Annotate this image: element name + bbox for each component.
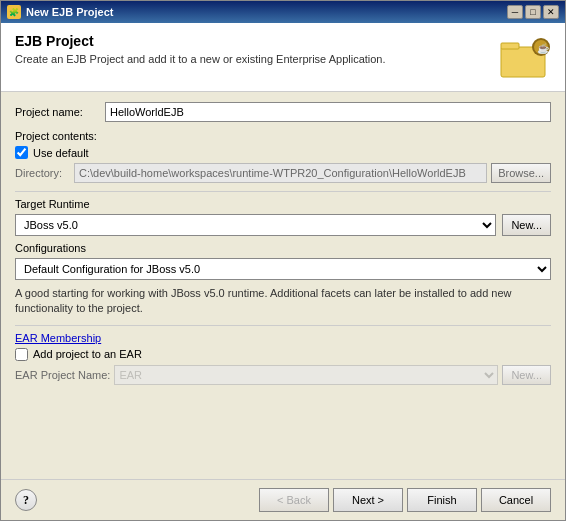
- header-section: EJB Project Create an EJB Project and ad…: [1, 23, 565, 92]
- directory-row: Directory: Browse...: [15, 163, 551, 183]
- header-description: Create an EJB Project and add it to a ne…: [15, 53, 386, 65]
- back-button[interactable]: < Back: [259, 488, 329, 512]
- cancel-button[interactable]: Cancel: [481, 488, 551, 512]
- title-controls[interactable]: ─ □ ✕: [507, 5, 559, 19]
- project-name-row: Project name:: [15, 102, 551, 122]
- configurations-select[interactable]: Default Configuration for JBoss v5.0: [15, 258, 551, 280]
- help-button[interactable]: ?: [15, 489, 37, 511]
- target-runtime-select[interactable]: JBoss v5.0: [15, 214, 496, 236]
- configurations-row: Default Configuration for JBoss v5.0: [15, 258, 551, 280]
- ear-project-name-label: EAR Project Name:: [15, 369, 110, 381]
- finish-button[interactable]: Finish: [407, 488, 477, 512]
- footer: ? < Back Next > Finish Cancel: [1, 479, 565, 520]
- header-text: EJB Project Create an EJB Project and ad…: [15, 33, 386, 65]
- directory-label: Directory:: [15, 167, 70, 179]
- project-name-label: Project name:: [15, 106, 105, 118]
- header-icon: ☕: [499, 33, 551, 81]
- project-contents-label: Project contents:: [15, 130, 551, 142]
- title-bar: 🧩 New EJB Project ─ □ ✕: [1, 1, 565, 23]
- header-title: EJB Project: [15, 33, 386, 49]
- ear-membership-link[interactable]: EAR Membership: [15, 332, 551, 344]
- next-button[interactable]: Next >: [333, 488, 403, 512]
- minimize-button[interactable]: ─: [507, 5, 523, 19]
- maximize-button[interactable]: □: [525, 5, 541, 19]
- config-description: A good starting for working with JBoss v…: [15, 286, 551, 317]
- svg-rect-1: [501, 43, 519, 49]
- close-button[interactable]: ✕: [543, 5, 559, 19]
- target-runtime-label: Target Runtime: [15, 198, 551, 210]
- separator-2: [15, 325, 551, 326]
- ear-project-name-row: EAR Project Name: EAR New...: [15, 365, 551, 385]
- use-default-label: Use default: [33, 147, 89, 159]
- browse-button[interactable]: Browse...: [491, 163, 551, 183]
- project-name-input[interactable]: [105, 102, 551, 122]
- svg-text:☕: ☕: [537, 42, 550, 55]
- add-to-ear-checkbox[interactable]: [15, 348, 28, 361]
- target-runtime-row: JBoss v5.0 New...: [15, 214, 551, 236]
- use-default-checkbox[interactable]: [15, 146, 28, 159]
- footer-buttons: < Back Next > Finish Cancel: [259, 488, 551, 512]
- add-to-ear-label: Add project to an EAR: [33, 348, 142, 360]
- content-area: Project name: Project contents: Use defa…: [1, 92, 565, 479]
- directory-input: [74, 163, 487, 183]
- new-runtime-button[interactable]: New...: [502, 214, 551, 236]
- separator-1: [15, 191, 551, 192]
- footer-left: ?: [15, 489, 37, 511]
- window-icon: 🧩: [7, 5, 21, 19]
- use-default-row: Use default: [15, 146, 551, 159]
- window-title: New EJB Project: [26, 6, 113, 18]
- configurations-label: Configurations: [15, 242, 551, 254]
- new-ear-button: New...: [502, 365, 551, 385]
- ear-project-select: EAR: [114, 365, 498, 385]
- add-to-ear-row: Add project to an EAR: [15, 348, 551, 361]
- dialog-window: 🧩 New EJB Project ─ □ ✕ EJB Project Crea…: [0, 0, 566, 521]
- title-bar-left: 🧩 New EJB Project: [7, 5, 113, 19]
